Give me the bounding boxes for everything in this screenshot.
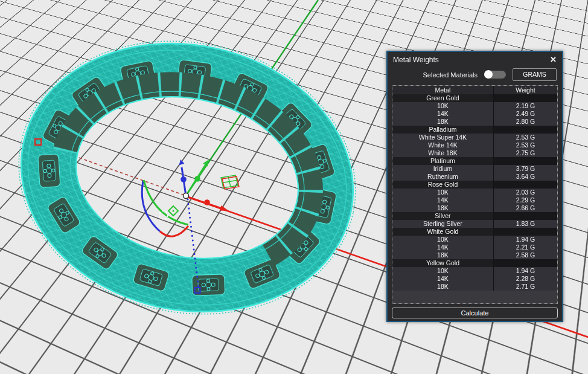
metal-weight-value: 2.58 G bbox=[494, 251, 557, 259]
metal-group-row: White Gold bbox=[392, 228, 557, 236]
cad-viewport: Metal Weights ✕ Selected Materials GRAMS… bbox=[0, 0, 588, 374]
metal-weight-value: 2.49 G bbox=[494, 110, 557, 118]
metal-weight-row: 10K1.94 G bbox=[392, 267, 557, 275]
metal-weight-value bbox=[494, 259, 557, 267]
metal-weight-value bbox=[494, 212, 557, 220]
metal-weight-row: White 14K2.53 G bbox=[392, 141, 557, 149]
table-header-row: Metal Weight bbox=[392, 86, 557, 94]
selected-materials-toggle[interactable] bbox=[484, 71, 506, 79]
metal-name: Green Gold bbox=[392, 94, 494, 102]
metal-weight-value: 1.83 G bbox=[494, 220, 557, 228]
metal-weight-row: 14K2.28 G bbox=[392, 275, 557, 283]
metal-name: 10K bbox=[392, 102, 494, 110]
metal-weight-value: 2.71 G bbox=[494, 283, 557, 291]
metal-group-row: Palladium bbox=[392, 126, 557, 134]
metal-name: Ruthenium bbox=[392, 173, 494, 181]
metal-weight-value: 2.75 G bbox=[494, 149, 557, 157]
metal-weight-row: 18K2.71 G bbox=[392, 283, 557, 291]
panel-title: Metal Weights bbox=[393, 56, 550, 64]
panel-title-bar[interactable]: Metal Weights ✕ bbox=[388, 52, 562, 66]
metal-group-row: Silver bbox=[392, 212, 557, 220]
metal-weight-value: 2.29 G bbox=[494, 196, 557, 204]
metal-weight-value bbox=[494, 181, 557, 189]
metal-name: 14K bbox=[392, 243, 494, 251]
metal-weight-row: 18K2.66 G bbox=[392, 204, 557, 212]
metal-name: 10K bbox=[392, 267, 494, 275]
metal-weight-value: 2.21 G bbox=[494, 243, 557, 251]
metal-name: Rose Gold bbox=[392, 181, 494, 189]
metal-weight-value bbox=[494, 94, 557, 102]
metal-name: 18K bbox=[392, 204, 494, 212]
metal-name: White 14K bbox=[392, 141, 494, 149]
metal-weights-table: Metal Weight Green Gold10K2.19 G14K2.49 … bbox=[392, 85, 558, 304]
metal-weight-value bbox=[494, 157, 557, 165]
metal-weight-row: 10K2.03 G bbox=[392, 189, 557, 196]
metal-name: Palladium bbox=[392, 126, 494, 134]
metal-weight-row: Iridium3.79 G bbox=[392, 165, 557, 173]
metal-name: Yellow Gold bbox=[392, 259, 494, 267]
units-button[interactable]: GRAMS bbox=[513, 68, 557, 81]
metal-weights-table-body: Green Gold10K2.19 G14K2.49 G18K2.80 GPal… bbox=[392, 94, 557, 291]
selected-materials-label: Selected Materials bbox=[423, 71, 478, 79]
metal-weight-row: 18K2.58 G bbox=[392, 251, 557, 259]
metal-weight-row: 14K2.29 G bbox=[392, 196, 557, 204]
metal-name: Silver bbox=[392, 212, 494, 220]
metal-weight-row: 18K2.80 G bbox=[392, 118, 557, 126]
metal-weight-row: White Super 14K2.53 G bbox=[392, 134, 557, 141]
metal-name: 18K bbox=[392, 118, 494, 126]
metal-weight-row: Ruthenium3.64 G bbox=[392, 173, 557, 181]
metal-name: 14K bbox=[392, 196, 494, 204]
perspective-grid bbox=[0, 0, 588, 40]
metal-weight-value: 2.28 G bbox=[494, 275, 557, 283]
metal-name: Iridium bbox=[392, 165, 494, 173]
metal-name: 18K bbox=[392, 251, 494, 259]
metal-group-row: Rose Gold bbox=[392, 181, 557, 189]
metal-name: White Super 14K bbox=[392, 134, 494, 141]
close-icon[interactable]: ✕ bbox=[550, 56, 557, 63]
metal-name: Sterling Silver bbox=[392, 220, 494, 228]
metal-weight-value: 2.19 G bbox=[494, 102, 557, 110]
metal-weight-value: 2.53 G bbox=[494, 141, 557, 149]
metal-group-row: Green Gold bbox=[392, 94, 557, 102]
metal-name: 10K bbox=[392, 236, 494, 243]
metal-name: 14K bbox=[392, 275, 494, 283]
metal-group-row: Platinum bbox=[392, 157, 557, 165]
metal-name: White 18K bbox=[392, 149, 494, 157]
metal-weight-value: 1.94 G bbox=[494, 267, 557, 275]
metal-weight-row: 14K2.21 G bbox=[392, 243, 557, 251]
metal-weight-row: 14K2.49 G bbox=[392, 110, 557, 118]
metal-weight-value: 3.79 G bbox=[494, 165, 557, 173]
metal-weight-value: 1.94 G bbox=[494, 236, 557, 243]
metal-weight-value: 2.80 G bbox=[494, 118, 557, 126]
metal-weight-value: 3.64 G bbox=[494, 173, 557, 181]
metal-weight-row: 10K1.94 G bbox=[392, 236, 557, 243]
metal-name: White Gold bbox=[392, 228, 494, 236]
metal-group-row: Yellow Gold bbox=[392, 259, 557, 267]
metal-weight-value: 2.03 G bbox=[494, 189, 557, 196]
calculate-button[interactable]: Calculate bbox=[392, 308, 558, 318]
metal-column-header: Metal bbox=[392, 86, 494, 94]
metal-weights-panel: Metal Weights ✕ Selected Materials GRAMS… bbox=[386, 51, 563, 322]
metal-name: 18K bbox=[392, 283, 494, 291]
metal-weight-row: 10K2.19 G bbox=[392, 102, 557, 110]
metal-weight-row: White 18K2.75 G bbox=[392, 149, 557, 157]
metal-weight-row: Sterling Silver1.83 G bbox=[392, 220, 557, 228]
weight-column-header: Weight bbox=[494, 86, 557, 94]
toggle-knob bbox=[484, 70, 493, 79]
metal-weight-value: 2.53 G bbox=[494, 134, 557, 141]
metal-name: 14K bbox=[392, 110, 494, 118]
metal-name: Platinum bbox=[392, 157, 494, 165]
metal-weight-value: 2.66 G bbox=[494, 204, 557, 212]
metal-name: 10K bbox=[392, 189, 494, 196]
metal-weight-value bbox=[494, 126, 557, 134]
metal-weight-value bbox=[494, 228, 557, 236]
